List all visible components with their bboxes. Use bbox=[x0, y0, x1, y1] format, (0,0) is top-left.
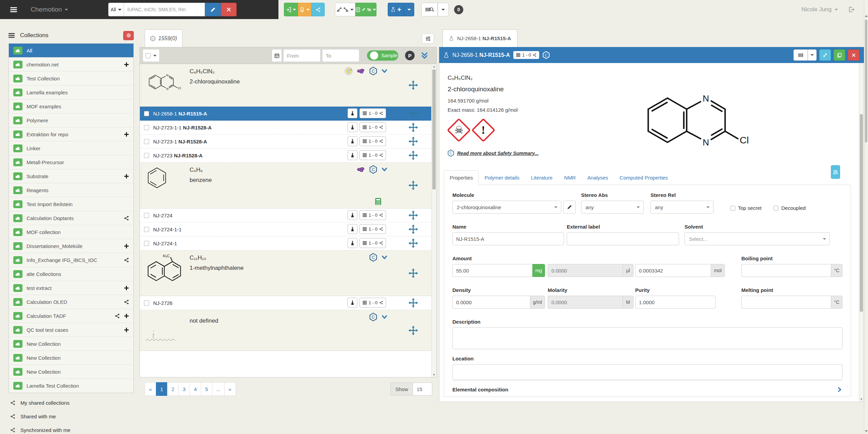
drag-move-icon[interactable] bbox=[408, 109, 418, 118]
vial-badge[interactable] bbox=[348, 150, 357, 160]
unit-mol[interactable]: mol bbox=[711, 264, 725, 277]
vial-badge[interactable] bbox=[348, 238, 357, 248]
product-filter-badge[interactable]: P bbox=[405, 51, 415, 60]
list-settings-button[interactable] bbox=[422, 33, 434, 44]
density-input[interactable] bbox=[452, 296, 530, 309]
sidebar-collection-item[interactable]: Dissertationen_Moleküle bbox=[9, 239, 133, 253]
sidebar-collection-item[interactable]: chemotion.net bbox=[9, 58, 133, 72]
scrollbar-thumb[interactable] bbox=[865, 20, 867, 142]
add-subcollection-icon[interactable] bbox=[124, 285, 129, 291]
unit-mg[interactable]: mg bbox=[532, 264, 545, 277]
vial-badge[interactable] bbox=[348, 298, 357, 308]
solvent-select[interactable]: Select... bbox=[685, 232, 830, 245]
import-export-button[interactable] bbox=[335, 3, 355, 16]
drag-move-icon[interactable] bbox=[408, 80, 418, 90]
pagination-button[interactable]: 1 bbox=[156, 382, 167, 396]
page-scrollbar[interactable] bbox=[864, 0, 868, 434]
sidebar-collection-item[interactable]: Linker bbox=[9, 141, 133, 155]
drag-move-icon[interactable] bbox=[408, 137, 418, 146]
molecule-select[interactable]: 2-chloroquinoxaline bbox=[452, 201, 561, 214]
sidebar-collection-item[interactable]: New Collection bbox=[9, 365, 133, 379]
share-button[interactable] bbox=[311, 3, 325, 16]
sidebar-collection-item[interactable]: Polymere bbox=[9, 113, 133, 127]
hexagon-icon[interactable] bbox=[369, 313, 377, 321]
row-checkbox[interactable] bbox=[144, 139, 149, 144]
vial-badge[interactable] bbox=[348, 122, 357, 132]
location-textarea[interactable] bbox=[452, 364, 842, 380]
sidebar-collection-item[interactable]: test extract bbox=[9, 281, 133, 295]
sidebar-collection-item[interactable]: Calculation TADF bbox=[9, 309, 133, 323]
search-input[interactable] bbox=[124, 3, 205, 16]
clear-search-button[interactable] bbox=[221, 3, 237, 16]
amount-mol-input[interactable] bbox=[635, 264, 711, 277]
drag-move-icon[interactable] bbox=[408, 268, 418, 278]
sidebar-collection-item[interactable]: Calculation Doptants bbox=[9, 211, 133, 225]
chevron-down-icon[interactable] bbox=[381, 314, 388, 320]
stereo-rel-select[interactable]: any bbox=[650, 201, 713, 214]
rings-icon[interactable] bbox=[344, 67, 353, 75]
sidebar-collection-item[interactable]: MOF collection bbox=[9, 225, 133, 239]
vial-badge[interactable] bbox=[348, 210, 357, 220]
print-barcode-button[interactable] bbox=[793, 49, 808, 61]
row-checkbox[interactable] bbox=[144, 125, 149, 130]
sidebar-collection-item[interactable]: Reagents bbox=[9, 183, 133, 197]
chevron-down-icon[interactable] bbox=[381, 68, 388, 74]
decoupled-checkbox[interactable] bbox=[774, 206, 778, 211]
scrollbar-thumb[interactable] bbox=[432, 69, 436, 189]
melting-point-input[interactable] bbox=[741, 296, 831, 309]
sample-row[interactable]: NJ-2723 NJ-R1528-A 1 - 0 bbox=[140, 149, 436, 162]
user-menu[interactable]: Nicole Jung bbox=[801, 6, 838, 13]
drag-move-icon[interactable] bbox=[408, 224, 418, 234]
sidebar-collection-item[interactable]: Substrate bbox=[9, 169, 133, 183]
drag-move-icon[interactable] bbox=[408, 181, 418, 190]
name-input[interactable] bbox=[452, 232, 564, 245]
devices-button[interactable] bbox=[298, 3, 311, 16]
top-secret-checkbox[interactable] bbox=[730, 206, 735, 211]
vial-badge[interactable] bbox=[348, 108, 357, 118]
hexagon-icon[interactable] bbox=[369, 165, 377, 174]
detail-tab[interactable]: Literature bbox=[525, 170, 558, 185]
sidebar-collection-item[interactable]: MOF examples bbox=[9, 99, 133, 113]
scroll-down-arrow[interactable]: ▼ bbox=[432, 373, 436, 377]
chevron-down-icon[interactable] bbox=[381, 166, 388, 173]
date-filter-button[interactable] bbox=[272, 49, 282, 62]
unit-gml[interactable]: g/ml bbox=[530, 296, 545, 309]
brand-menu[interactable]: Chemotion bbox=[31, 6, 68, 13]
analyses-count-badge[interactable]: 1 - 0 bbox=[359, 298, 386, 308]
list-scrollbar[interactable]: ▲ ▼ bbox=[431, 64, 436, 377]
unit-molar[interactable]: M bbox=[623, 296, 633, 309]
detail-tab[interactable]: Properties bbox=[444, 170, 479, 185]
sidebar-collection-item[interactable]: All bbox=[9, 44, 133, 58]
structure-search-button[interactable] bbox=[205, 3, 221, 16]
vial-badge[interactable] bbox=[348, 224, 357, 234]
molecule-group-header[interactable]: C₆H₆ benzene bbox=[140, 162, 436, 208]
analyses-count-badge[interactable]: 1 - 0 bbox=[359, 122, 386, 132]
molecule-cluster-icon[interactable] bbox=[357, 165, 365, 174]
sample-row[interactable]: NJ-2723-1-1 NJ-R1528-A 1 - 0 bbox=[140, 121, 436, 135]
unit-ul[interactable]: µl bbox=[623, 264, 633, 277]
molecule-hexagon-icon[interactable] bbox=[543, 51, 550, 59]
scroll-down-arrow[interactable] bbox=[865, 430, 868, 432]
elemental-composition-section[interactable]: Elemental composition bbox=[452, 381, 842, 392]
chevron-down-icon[interactable] bbox=[381, 254, 388, 261]
external-label-input[interactable] bbox=[567, 232, 679, 245]
molecule-group-header[interactable]: C₈H₅ClN₂ 2-chloroquinoxaline bbox=[140, 64, 436, 107]
hexagon-icon[interactable] bbox=[369, 67, 377, 75]
add-subcollection-icon[interactable] bbox=[124, 62, 129, 67]
report-tools-button[interactable]: % bbox=[355, 3, 376, 16]
share-collection-icon[interactable] bbox=[124, 216, 129, 221]
sidebar-collection-item[interactable]: QC tool test cases bbox=[9, 323, 133, 337]
add-subcollection-icon[interactable] bbox=[124, 244, 129, 249]
pagination-button[interactable]: 5 bbox=[201, 382, 212, 396]
add-subcollection-icon[interactable] bbox=[124, 174, 129, 179]
drag-move-icon[interactable] bbox=[408, 151, 418, 160]
pagination-button[interactable]: » bbox=[224, 382, 236, 396]
safety-summary-link[interactable]: Read more about Safety Summary... bbox=[457, 151, 539, 156]
barcode-options-dropdown[interactable] bbox=[808, 49, 817, 61]
share-collection-icon[interactable] bbox=[124, 258, 129, 263]
pagination-button[interactable]: 3 bbox=[178, 382, 190, 396]
row-checkbox[interactable] bbox=[144, 111, 149, 116]
scan-options-dropdown[interactable] bbox=[438, 3, 449, 16]
fullscreen-button[interactable] bbox=[819, 49, 831, 61]
hamburger-menu-icon[interactable] bbox=[10, 7, 17, 13]
